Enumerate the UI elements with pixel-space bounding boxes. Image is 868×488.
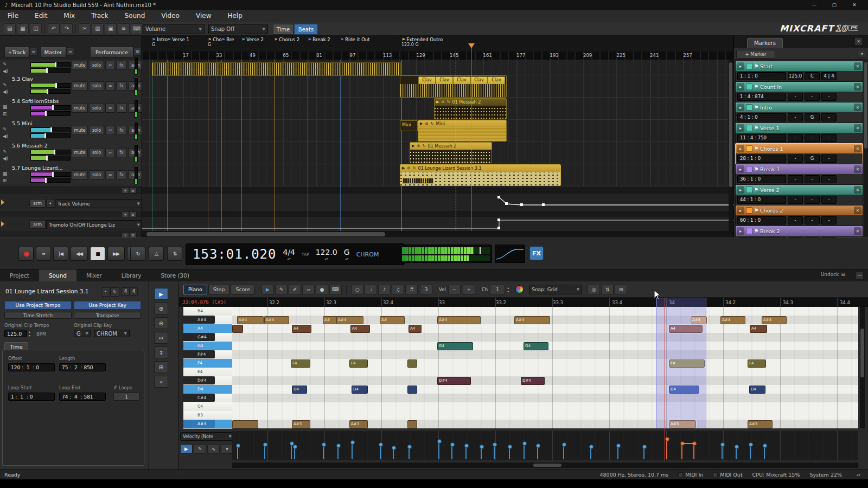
close-icon[interactable]: ✕ xyxy=(854,165,861,173)
velocity-knob[interactable] xyxy=(589,445,593,449)
redo-icon[interactable]: ↷ xyxy=(61,23,73,34)
tab-mixer[interactable]: Mixer xyxy=(76,269,112,281)
loop-start-field[interactable]: 1 : 1 : 0 xyxy=(8,393,55,401)
pencil-icon[interactable]: ✎ xyxy=(3,82,7,87)
tab-score[interactable]: Score xyxy=(231,285,255,294)
clip-header-icons[interactable]: ▶ ⊘ ↻ xyxy=(412,143,426,150)
fx-button[interactable]: FX xyxy=(529,246,544,260)
velocity-knob[interactable] xyxy=(508,445,512,449)
eraser-icon[interactable]: ▱ xyxy=(302,285,315,294)
orig-tempo-field[interactable]: 125.0 xyxy=(4,330,27,337)
marker-timesig-value[interactable]: - xyxy=(821,134,837,142)
velocity-knob[interactable] xyxy=(616,444,621,448)
marker-position-value[interactable]: 44 : 1 : 0 xyxy=(737,196,786,204)
waveform-icon[interactable]: ≈ xyxy=(105,126,115,135)
velocity-knob[interactable] xyxy=(336,444,341,448)
marker-tempo-value[interactable]: - xyxy=(788,155,803,163)
marker-item[interactable]: ▸⚑Start✕1 : 1 : 0125.0C4 | 4 xyxy=(735,61,863,82)
markers-scrollbar[interactable] xyxy=(864,61,868,237)
waveform-icon[interactable]: ≈ xyxy=(105,61,115,70)
scrollbar-thumb[interactable] xyxy=(146,232,385,236)
marker-color-swatch[interactable] xyxy=(746,145,752,152)
chevron-right-icon[interactable]: ▸ xyxy=(737,62,744,70)
zoom-in-button[interactable]: ⊕ xyxy=(154,303,168,314)
track-slider[interactable] xyxy=(30,156,71,160)
menu-view[interactable]: View xyxy=(196,12,211,20)
menu-edit[interactable]: Edit xyxy=(35,12,47,20)
marker-position-value[interactable]: 28 : 1 : 0 xyxy=(737,155,786,163)
marker-position-value[interactable]: 4 : 1 : 0 xyxy=(737,113,786,121)
midi-note[interactable]: A4 xyxy=(750,325,767,333)
marker-timesig-value[interactable]: - xyxy=(821,216,837,224)
zoom-vertical-button[interactable]: ↕ xyxy=(154,346,168,358)
lock-icon[interactable]: • xyxy=(46,199,54,208)
use-project-tempo-button[interactable]: Use Project Tempo xyxy=(4,301,72,310)
velocity-stem[interactable] xyxy=(666,439,667,459)
minimize-button[interactable]: — xyxy=(805,1,824,9)
chevron-right-icon[interactable]: ▸ xyxy=(737,83,744,91)
cut-icon[interactable]: ✂ xyxy=(79,23,91,34)
slider-handle[interactable] xyxy=(50,127,52,132)
marker-flag[interactable]: ⚑Chorus 2 xyxy=(274,37,299,42)
velocity-menu-button[interactable]: ▾ xyxy=(221,444,233,454)
arm-automation-button[interactable]: arm xyxy=(29,199,46,208)
marker-color-swatch[interactable] xyxy=(746,63,752,69)
marker-key-value[interactable]: - xyxy=(805,134,820,142)
slider-handle[interactable] xyxy=(52,105,54,110)
marker-flag[interactable]: ⚑Bre xyxy=(221,37,234,42)
marker-flag[interactable]: ⚑IntroG xyxy=(152,37,168,47)
marker-name-row[interactable]: ▸⚑Intro✕ xyxy=(736,102,863,112)
marker-item[interactable]: ▸⚑Chorus 1✕28 : 1 : 0-G- xyxy=(735,143,863,165)
snap-dropdown[interactable]: Snap Off▼ xyxy=(208,24,268,34)
offset-field[interactable]: 120 : 1 : 0 xyxy=(8,363,55,371)
marker-name-row[interactable]: ▸⚑Break 2✕ xyxy=(736,226,863,236)
clip-loop-overlay[interactable] xyxy=(402,178,433,184)
fx-button[interactable]: fx xyxy=(116,61,127,70)
clip-header-icons[interactable]: ▶ ⊘ ↻ xyxy=(436,99,451,106)
menu-video[interactable]: Video xyxy=(161,12,180,20)
use-project-key-button[interactable]: Use Project Key xyxy=(74,301,141,310)
waveform-icon[interactable]: ≈ xyxy=(105,81,115,91)
mute-button[interactable]: mute xyxy=(72,104,88,113)
marker-timesig-value[interactable]: - xyxy=(821,175,837,183)
time-signature-control[interactable]: 4/4▴▾ xyxy=(283,248,296,260)
markers-menu-icon[interactable]: ▾ xyxy=(858,50,866,58)
solo-button[interactable]: solo xyxy=(89,104,104,113)
arm-automation-button[interactable]: arm xyxy=(29,220,46,229)
piano-icon[interactable]: ▦ xyxy=(3,104,7,110)
tempo-stepper[interactable]: ▴▾ xyxy=(29,330,30,337)
marker-flag[interactable]: ⚑Extended Outro122.0 G xyxy=(401,37,443,47)
scrollbar-thumb[interactable] xyxy=(860,329,864,377)
loop-end-field[interactable]: 74 : 4 : 581 xyxy=(59,393,106,401)
marker-position-value[interactable]: 1 : 1 : 0 xyxy=(737,72,786,80)
play-icon[interactable]: ▶ xyxy=(261,285,274,294)
waveform-icon[interactable]: ≈ xyxy=(105,170,115,179)
marker-name-row[interactable]: ▸⚑Chorus 2✕ xyxy=(736,206,863,215)
marker-position-value[interactable]: 60 : 1 : 0 xyxy=(737,216,786,224)
audio-clip[interactable] xyxy=(152,69,343,76)
status-stepper-icon[interactable]: ▴▾ xyxy=(857,473,860,477)
tab-step[interactable]: Step xyxy=(208,285,230,294)
speaker-icon[interactable]: ◀) xyxy=(3,133,8,139)
velocity-knob[interactable] xyxy=(493,442,497,447)
velocity-knob[interactable] xyxy=(536,444,540,448)
pencil-icon[interactable]: ✎ xyxy=(275,285,288,294)
messiah-2-clip[interactable]: ▶ ⊘ ↻01 Messiah 2 xyxy=(434,98,507,119)
triplet-button[interactable]: 3 xyxy=(420,285,432,294)
waveform-icon[interactable]: ≈ xyxy=(105,104,115,113)
midi-note[interactable]: A#4 xyxy=(762,316,787,324)
zoom-out-button[interactable]: ⊖ xyxy=(154,317,168,329)
paste-icon[interactable]: ▣ xyxy=(105,23,117,34)
collapse-button[interactable]: « xyxy=(154,376,168,388)
marker-key-value[interactable]: C xyxy=(805,72,820,80)
lounge-lizard-clip[interactable]: ▶ ⊘ ↻01 Lounge Lizard Session 3.1 xyxy=(400,164,561,186)
midi-note[interactable]: A#3 xyxy=(349,420,368,428)
midi-icon[interactable]: ⌨ xyxy=(131,23,143,34)
close-button[interactable]: ✕ xyxy=(845,1,864,9)
metronome-button[interactable]: △ xyxy=(149,247,164,261)
clav-clip-head[interactable]: Clav xyxy=(436,76,453,85)
automation-param-dropdown[interactable]: Tremolo On/Off [Lounge Liz▼ xyxy=(46,220,142,229)
marker-tempo-value[interactable]: 125.0 xyxy=(788,72,803,80)
marker-name-row[interactable]: ▸⚑Verse 1✕ xyxy=(736,123,863,133)
velocity-plus-button[interactable]: + xyxy=(463,285,475,294)
